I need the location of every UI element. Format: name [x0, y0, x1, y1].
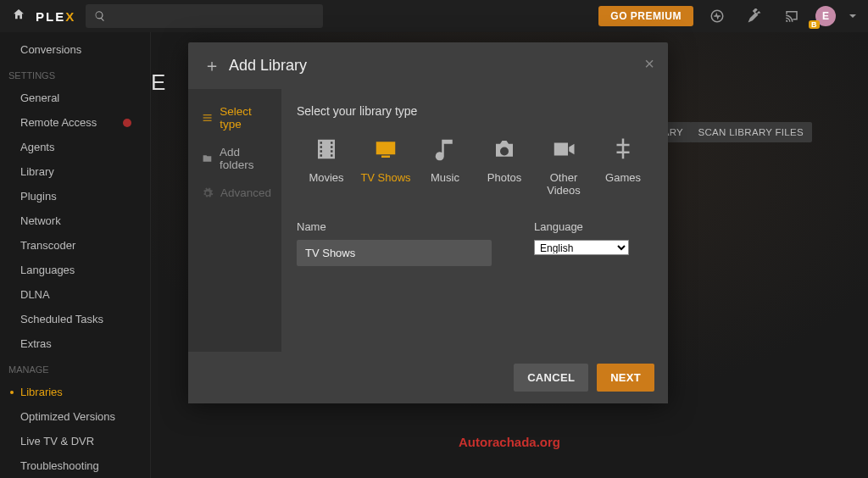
folder-icon — [202, 153, 213, 164]
watermark-text: Autorachada.org — [459, 435, 560, 449]
type-label: Movies — [297, 171, 356, 184]
sidebar-item-library[interactable]: Library — [0, 159, 150, 184]
add-library-modal: ＋ Add Library × Select type Add folders … — [188, 42, 668, 403]
modal-steps: Select type Add folders Advanced — [188, 89, 281, 352]
sidebar-item-label: Remote Access — [20, 116, 97, 129]
video-icon — [549, 136, 578, 162]
language-field-col: Language English — [534, 220, 653, 266]
page-title: E — [151, 69, 165, 96]
camera-icon — [490, 136, 519, 162]
gear-icon — [202, 187, 214, 199]
sidebar-item-transcoder[interactable]: Transcoder — [0, 233, 150, 258]
library-name-input[interactable] — [297, 240, 492, 266]
step-label: Select type — [220, 105, 273, 131]
list-icon — [202, 112, 213, 124]
avatar-badge: B — [809, 20, 820, 29]
search-input[interactable] — [86, 4, 323, 28]
step-advanced: Advanced — [188, 179, 281, 207]
sidebar-item-scheduled[interactable]: Scheduled Tasks — [0, 307, 150, 331]
film-icon — [312, 136, 341, 162]
logo-accent: X — [65, 9, 75, 24]
next-button[interactable]: NEXT — [597, 364, 654, 392]
close-icon[interactable]: × — [644, 54, 654, 74]
go-premium-button[interactable]: GO PREMIUM — [598, 6, 693, 26]
type-label: Photos — [475, 171, 534, 184]
type-movies[interactable]: Movies — [297, 136, 356, 197]
home-icon[interactable] — [12, 8, 25, 25]
sidebar-item-conversions[interactable]: Conversions — [0, 37, 150, 62]
library-type-row: Movies TV Shows Music Photos Other Video… — [297, 136, 653, 197]
avatar[interactable]: E B — [815, 6, 836, 26]
modal-footer: CANCEL NEXT — [188, 352, 668, 403]
type-games[interactable]: Games — [593, 136, 653, 197]
warning-icon — [123, 119, 131, 127]
sidebar: Conversions SETTINGS General Remote Acce… — [0, 32, 151, 478]
step-label: Advanced — [220, 186, 271, 199]
gamepad-icon — [609, 136, 637, 162]
sidebar-item-extras[interactable]: Extras — [0, 331, 150, 356]
modal-content-heading: Select your library type — [297, 104, 653, 118]
sidebar-item-optimized[interactable]: Optimized Versions — [0, 404, 150, 429]
tv-icon — [371, 136, 400, 162]
sidebar-item-general[interactable]: General — [0, 86, 150, 110]
modal-header: ＋ Add Library × — [188, 42, 668, 89]
sidebar-item-dlna[interactable]: DLNA — [0, 282, 150, 307]
sidebar-item-network[interactable]: Network — [0, 208, 150, 233]
sidebar-item-agents[interactable]: Agents — [0, 135, 150, 159]
type-other-videos[interactable]: Other Videos — [534, 136, 593, 197]
sidebar-item-languages[interactable]: Languages — [0, 258, 150, 282]
modal-body: Select type Add folders Advanced Select … — [188, 89, 668, 352]
cast-icon[interactable] — [778, 3, 805, 30]
sidebar-item-remote-access[interactable]: Remote Access — [0, 110, 150, 135]
name-label: Name — [297, 220, 514, 233]
scan-library-button[interactable]: SCAN LIBRARY FILES — [690, 122, 813, 142]
chevron-down-icon[interactable] — [849, 14, 856, 18]
cancel-button[interactable]: CANCEL — [514, 364, 588, 392]
sidebar-item-plugins[interactable]: Plugins — [0, 184, 150, 208]
logo-text: PLE — [36, 9, 65, 24]
type-label: Other Videos — [534, 171, 593, 197]
sidebar-item-livetv[interactable]: Live TV & DVR — [0, 429, 150, 453]
type-tv-shows[interactable]: TV Shows — [356, 136, 415, 197]
name-field-col: Name — [297, 220, 514, 266]
settings-icon[interactable] — [741, 3, 768, 30]
activity-icon[interactable] — [704, 3, 731, 30]
step-select-type[interactable]: Select type — [188, 97, 281, 138]
app-logo: PLEX — [36, 9, 75, 24]
modal-title: Add Library — [229, 57, 307, 75]
modal-content: Select your library type Movies TV Shows… — [281, 89, 668, 352]
type-photos[interactable]: Photos — [475, 136, 534, 197]
avatar-initial: E — [822, 10, 829, 22]
type-label: TV Shows — [356, 171, 415, 184]
form-row: Name Language English — [297, 220, 653, 266]
step-add-folders[interactable]: Add folders — [188, 138, 281, 179]
sidebar-item-libraries[interactable]: Libraries — [0, 380, 150, 404]
type-label: Music — [415, 171, 475, 184]
app-header: PLEX GO PREMIUM E B — [0, 0, 868, 32]
step-label: Add folders — [220, 146, 273, 171]
language-label: Language — [534, 220, 653, 233]
music-icon — [431, 136, 459, 162]
sidebar-heading-settings: SETTINGS — [0, 62, 150, 86]
search-icon — [94, 10, 106, 22]
language-select[interactable]: English — [534, 240, 629, 255]
sidebar-item-troubleshooting[interactable]: Troubleshooting — [0, 453, 150, 478]
plus-icon: ＋ — [203, 54, 220, 77]
type-music[interactable]: Music — [415, 136, 475, 197]
type-label: Games — [593, 171, 653, 184]
sidebar-heading-manage: MANAGE — [0, 356, 150, 380]
